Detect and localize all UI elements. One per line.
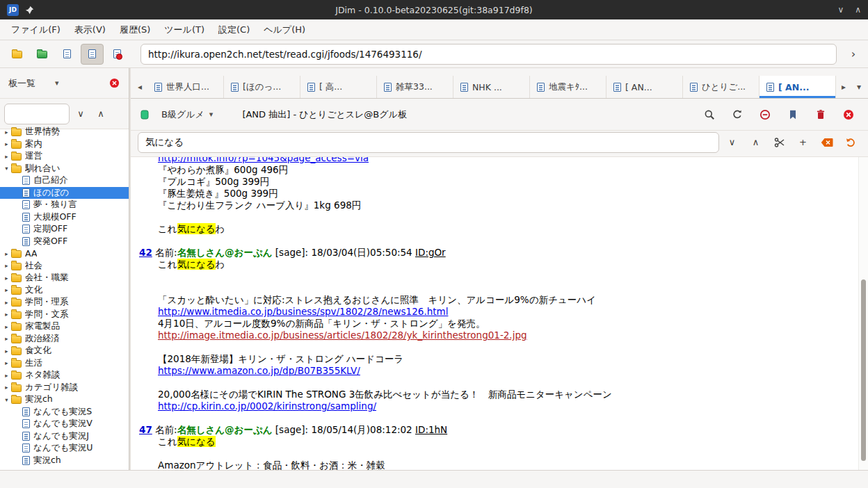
image-view-button[interactable] [106, 44, 129, 65]
sidebar-search-up-button[interactable]: ∧ [92, 105, 110, 123]
delete-button[interactable] [810, 104, 832, 125]
sidebar-board-row[interactable]: ほのぼの [0, 187, 129, 200]
sidebar-category-row[interactable]: ▸案内 [0, 138, 129, 151]
thread-tab[interactable]: [ 高... [300, 76, 377, 98]
expand-icon[interactable]: ▸ [2, 323, 11, 330]
thread-list-button[interactable] [56, 44, 79, 65]
expand-icon[interactable]: ▸ [2, 275, 11, 282]
sidebar-category-row[interactable]: ▸学問・文系 [0, 309, 129, 321]
thread-tab[interactable]: [ AN... [606, 76, 683, 98]
tabs-list-dropdown-icon[interactable]: ▾ [851, 76, 867, 98]
sidebar-category-row[interactable]: ▸政治経済 [0, 333, 129, 345]
sidebar-category-row[interactable]: ▸AA [0, 247, 129, 260]
sidebar-category-row[interactable]: ▸カテゴリ雑談 [0, 382, 129, 394]
menu-item[interactable]: 履歴(S) [113, 19, 157, 40]
sidebar-category-row[interactable]: ▸運営 [0, 150, 129, 163]
collapse-icon[interactable]: ▾ [2, 165, 11, 172]
sidebar-category-row[interactable]: ▸世界情勢 [0, 126, 129, 138]
expand-icon[interactable]: ▸ [2, 299, 11, 306]
sidebar-category-row[interactable]: ▾実況ch [0, 393, 129, 406]
post-number[interactable]: 42 [139, 247, 152, 258]
add-keyword-button[interactable]: + [792, 132, 814, 153]
board-list-button[interactable] [6, 44, 29, 65]
thread-tab[interactable]: NHK ... [453, 76, 530, 98]
search-history-dropdown-icon[interactable]: ∨ [721, 132, 743, 153]
menu-item[interactable]: ツール(T) [157, 19, 211, 40]
expand-icon[interactable]: ▸ [2, 262, 11, 269]
thread-tab[interactable]: 世界人口... [147, 76, 224, 98]
post-number[interactable]: 47 [139, 424, 152, 435]
menu-item[interactable]: 設定(C) [211, 19, 257, 40]
window-minimize-button[interactable]: ∨ [837, 6, 844, 14]
thread-view[interactable]: http://mitok.info/?p=1045&page_access=vi… [131, 157, 868, 470]
collapse-icon[interactable]: ▾ [2, 396, 11, 403]
menu-item[interactable]: ヘルプ(H) [257, 19, 312, 40]
expand-icon[interactable]: ▸ [2, 384, 11, 391]
post-link[interactable]: http://mitok.info/?p=1045&page_access=vi… [158, 157, 369, 163]
scrollbar-thumb[interactable] [861, 279, 866, 461]
thread-tab[interactable]: ひとりご... [683, 76, 760, 98]
sidebar-category-row[interactable]: ▸社会 [0, 260, 129, 273]
extract-search-input[interactable] [138, 132, 719, 153]
vertical-scrollbar[interactable] [858, 157, 868, 470]
search-up-button[interactable]: ∧ [745, 132, 766, 153]
url-input[interactable] [140, 44, 837, 65]
sidebar-dropdown-icon[interactable]: ▾ [55, 79, 59, 88]
extract-button[interactable] [769, 132, 790, 153]
sidebar-close-button[interactable] [105, 74, 123, 92]
board-select-button[interactable]: B級グルメ ▾ [156, 106, 218, 124]
pin-icon[interactable] [25, 6, 34, 15]
favorites-button[interactable] [31, 44, 54, 65]
reload-button[interactable] [726, 104, 748, 125]
search-button[interactable] [698, 104, 721, 125]
sidebar-board-row[interactable]: なんでも実況S [0, 406, 129, 418]
close-tab-button[interactable] [837, 104, 860, 125]
sidebar-category-row[interactable]: ▾馴れ合い [0, 163, 129, 175]
sidebar-board-row[interactable]: 実況ch [0, 455, 129, 467]
post-link[interactable]: https://www.amazon.co.jp/dp/B07B355KLV/ [158, 365, 360, 376]
thread-view-button[interactable] [81, 44, 104, 65]
expand-icon[interactable]: ▸ [2, 140, 11, 147]
expand-icon[interactable]: ▸ [2, 311, 11, 318]
sidebar-category-row[interactable]: ▸学問・理系 [0, 296, 129, 309]
tabs-scroll-right-icon[interactable]: ▸ [836, 76, 851, 98]
sidebar-search-down-button[interactable]: ∨ [72, 105, 90, 123]
clear-highlight-button[interactable] [816, 132, 837, 153]
stop-button[interactable] [754, 104, 776, 125]
sidebar-category-row[interactable]: ▸ネタ雑談 [0, 369, 129, 382]
expand-icon[interactable]: ▸ [2, 250, 11, 257]
menu-item[interactable]: 表示(V) [67, 19, 113, 40]
sidebar-board-row[interactable]: なんでも実況U [0, 442, 129, 455]
expand-icon[interactable]: ▸ [2, 335, 11, 342]
tabs-scroll-left-icon[interactable]: ◂ [132, 76, 147, 98]
post-link[interactable]: http://cp.kirin.co.jp/0002/kirinstrong/s… [158, 400, 376, 412]
sidebar-category-row[interactable]: ▸食文化 [0, 345, 129, 357]
sidebar-board-row[interactable]: 定期OFF [0, 223, 129, 236]
open-url-button[interactable]: › [844, 45, 862, 63]
sidebar-board-row[interactable]: なんでも実況J [0, 430, 129, 443]
sidebar-category-row[interactable]: ▸家電製品 [0, 320, 129, 333]
expand-icon[interactable]: ▸ [2, 153, 11, 160]
post-link-visited[interactable]: http://image.itmedia.co.jp/business/arti… [158, 330, 527, 341]
post-link[interactable]: http://www.itmedia.co.jp/business/spv/18… [158, 306, 448, 317]
sidebar-board-row[interactable]: 夢・独り言 [0, 199, 129, 211]
poster-id[interactable]: ID:gOr [415, 247, 446, 258]
window-maximize-button[interactable]: ∧ [855, 6, 861, 14]
expand-icon[interactable]: ▸ [2, 286, 11, 293]
thread-tab[interactable]: 地震キﾀ... [530, 76, 606, 98]
expand-icon[interactable]: ▸ [2, 348, 11, 355]
sidebar-search-input[interactable] [4, 104, 70, 124]
menu-item[interactable]: ファイル(F) [4, 19, 67, 40]
sidebar-category-row[interactable]: ▸文化 [0, 284, 129, 297]
expand-icon[interactable]: ▸ [2, 372, 11, 379]
expand-icon[interactable]: ▸ [2, 359, 11, 366]
sidebar-board-row[interactable]: 大規模OFF [0, 211, 129, 224]
sidebar-category-row[interactable]: ▸生活 [0, 357, 129, 370]
sidebar-board-row[interactable]: 自己紹介 [0, 174, 129, 187]
thread-tab[interactable]: [ AN... [760, 76, 836, 98]
expand-icon[interactable]: ▸ [2, 129, 11, 136]
thread-tab[interactable]: 雑草33... [377, 76, 453, 98]
thread-tab[interactable]: [ほのっ... [224, 76, 300, 98]
bookmark-button[interactable] [782, 104, 804, 125]
sidebar-board-row[interactable]: なんでも実況V [0, 418, 129, 430]
